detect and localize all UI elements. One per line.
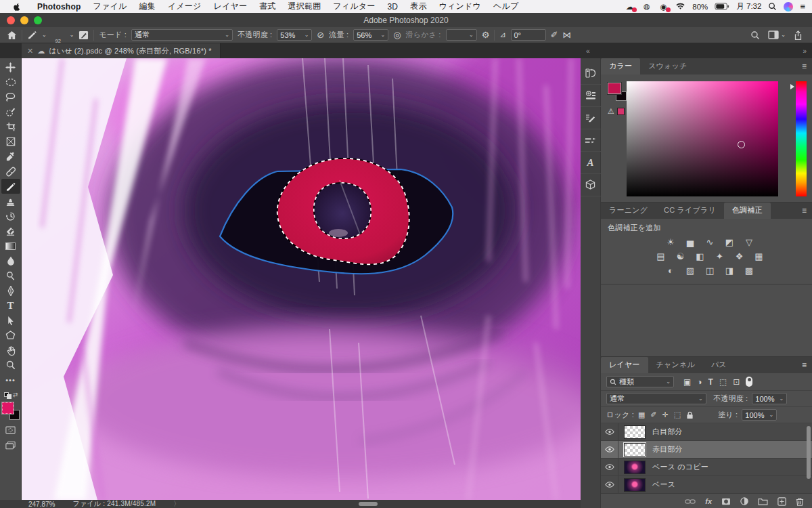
menu-image[interactable]: イメージ <box>162 1 208 12</box>
toggle-brush-panel-icon[interactable] <box>78 30 89 40</box>
layer-name[interactable]: 赤目部分 <box>652 444 683 454</box>
menubar-clock[interactable]: 月 7:32 <box>736 1 761 12</box>
home-icon[interactable] <box>7 30 17 40</box>
gamut-warning[interactable]: ⚠ <box>608 107 625 116</box>
brush-preview-caret[interactable]: ⌄ <box>70 33 74 38</box>
menu-file[interactable]: ファイル <box>87 1 133 12</box>
tab-layers[interactable]: レイヤー <box>601 357 648 373</box>
brush-angle-input[interactable]: 0° <box>511 29 546 41</box>
visibility-toggle[interactable] <box>601 441 618 458</box>
curves-icon[interactable]: ∿ <box>704 237 715 247</box>
airbrush-icon[interactable]: ◎ <box>393 30 401 39</box>
3d-panel-icon[interactable] <box>581 174 601 196</box>
layer-opacity-select[interactable]: 100%⌄ <box>752 393 787 404</box>
brush-size-preview[interactable]: 92 <box>51 28 65 42</box>
swap-colors-icon[interactable]: ⇄ <box>13 391 18 398</box>
zoom-level[interactable]: 247.87% <box>28 501 55 508</box>
visibility-toggle[interactable] <box>601 476 618 493</box>
flow-select[interactable]: 56%⌄ <box>353 29 388 41</box>
dodge-tool[interactable] <box>1 268 20 283</box>
foreground-background-swatches[interactable] <box>2 402 20 420</box>
wifi-icon[interactable] <box>675 2 685 11</box>
menu-view[interactable]: 表示 <box>404 1 432 12</box>
zoom-window-button[interactable] <box>34 16 42 24</box>
channel-mixer-icon[interactable]: ❖ <box>734 251 745 261</box>
menu-help[interactable]: ヘルプ <box>487 1 524 12</box>
close-document-icon[interactable]: ✕ <box>27 47 33 56</box>
window-titlebar[interactable]: Adobe Photoshop 2020 <box>0 13 812 27</box>
screen-record-icon[interactable]: ◉ <box>658 2 669 11</box>
pressure-opacity-icon[interactable]: ⊘ <box>317 30 324 39</box>
gradient-tool[interactable] <box>1 238 20 253</box>
tab-paths[interactable]: パス <box>703 357 735 373</box>
gamut-color-swatch[interactable] <box>617 108 625 115</box>
filter-adjustment-layers-icon[interactable]: ◑ <box>697 377 702 387</box>
layer-fill-select[interactable]: 100%⌄ <box>742 409 777 421</box>
tab-color[interactable]: カラー <box>601 58 640 75</box>
workspace-switcher[interactable]: ⌄ <box>768 30 786 39</box>
smoothing-select[interactable]: ⌄ <box>446 29 477 41</box>
layer-list-scrollbar[interactable] <box>807 426 811 479</box>
crop-tool[interactable] <box>1 119 20 134</box>
lock-position-icon[interactable]: ✛ <box>662 410 669 419</box>
brush-tool-preset-icon[interactable] <box>27 30 37 40</box>
hue-saturation-icon[interactable]: ▤ <box>656 251 667 261</box>
levels-icon[interactable]: ▅ <box>685 237 696 247</box>
link-layers-icon[interactable] <box>685 499 696 505</box>
hue-slider[interactable] <box>796 81 807 196</box>
layer-row-shirome[interactable]: 白目部分 <box>601 423 812 441</box>
canvas-document[interactable] <box>22 58 581 500</box>
search-icon[interactable] <box>750 30 760 40</box>
layer-filter-select[interactable]: 種類 ⌄ <box>606 376 674 387</box>
layer-effects-icon[interactable]: fx <box>705 497 712 505</box>
paint-symmetry-icon[interactable]: ⋈ <box>562 30 571 39</box>
menu-edit[interactable]: 編集 <box>133 1 161 12</box>
selective-color-icon[interactable]: ◨ <box>724 266 735 276</box>
gradient-map-icon[interactable]: ▩ <box>744 266 754 276</box>
filter-type-layers-icon[interactable]: T <box>708 377 713 387</box>
layer-thumbnail[interactable] <box>624 425 646 439</box>
lock-pixels-icon[interactable]: ✐ <box>650 410 656 419</box>
menu-type[interactable]: 書式 <box>253 1 281 12</box>
color-lookup-icon[interactable]: ▦ <box>754 251 765 261</box>
delete-layer-icon[interactable] <box>796 497 804 506</box>
close-window-button[interactable] <box>7 16 15 24</box>
collapse-panels-right-icon[interactable]: » <box>803 47 807 55</box>
eyedropper-tool[interactable] <box>1 149 20 164</box>
visibility-toggle[interactable] <box>601 459 618 475</box>
layer-row-base-copy[interactable]: ベース のコピー <box>601 459 812 476</box>
status-options-chevron[interactable]: 〉 <box>173 499 180 508</box>
type-tool[interactable]: T <box>1 298 20 313</box>
default-swap-colors-icons[interactable]: ⇄ <box>3 391 18 400</box>
new-group-icon[interactable] <box>758 497 768 505</box>
tab-cc-libraries[interactable]: CC ライブラリ <box>656 203 724 219</box>
color-field-cursor[interactable] <box>738 141 745 148</box>
invert-icon[interactable]: ◐ <box>665 266 676 276</box>
menu-window[interactable]: ウィンドウ <box>433 1 487 12</box>
move-tool[interactable] <box>1 60 20 75</box>
color-balance-icon[interactable]: ☯ <box>675 251 686 261</box>
exposure-icon[interactable]: ◩ <box>724 237 735 247</box>
path-selection-tool[interactable] <box>1 313 20 328</box>
screen-mode-button[interactable] <box>1 438 20 452</box>
edit-toolbar-icon[interactable]: ••• <box>1 373 20 387</box>
tab-swatches[interactable]: スウォッチ <box>640 58 695 75</box>
glyphs-panel-icon[interactable]: A <box>581 152 601 174</box>
menu-layer[interactable]: レイヤー <box>207 1 253 12</box>
tab-adjustments[interactable]: 色調補正 <box>724 203 771 219</box>
brush-tool[interactable] <box>1 179 20 194</box>
photo-filter-icon[interactable]: ✦ <box>715 251 725 261</box>
layer-name[interactable]: 白目部分 <box>652 427 683 437</box>
lock-artboard-icon[interactable]: ⬚ <box>674 410 681 419</box>
vibrance-icon[interactable]: ▽ <box>744 237 754 247</box>
layer-row-akame[interactable]: 赤目部分 <box>601 441 812 459</box>
color-panel-menu-icon[interactable]: ≡ <box>802 62 807 71</box>
properties-panel-icon[interactable] <box>581 85 601 107</box>
hand-tool[interactable] <box>1 343 20 358</box>
layer-filter-toggle[interactable] <box>746 377 752 387</box>
eraser-tool[interactable] <box>1 224 20 238</box>
layer-row-base[interactable]: ベース <box>601 476 812 494</box>
menu-3d[interactable]: 3D <box>381 2 404 12</box>
black-white-icon[interactable]: ◧ <box>695 251 706 261</box>
layer-blend-mode-select[interactable]: 通常⌄ <box>606 393 706 404</box>
